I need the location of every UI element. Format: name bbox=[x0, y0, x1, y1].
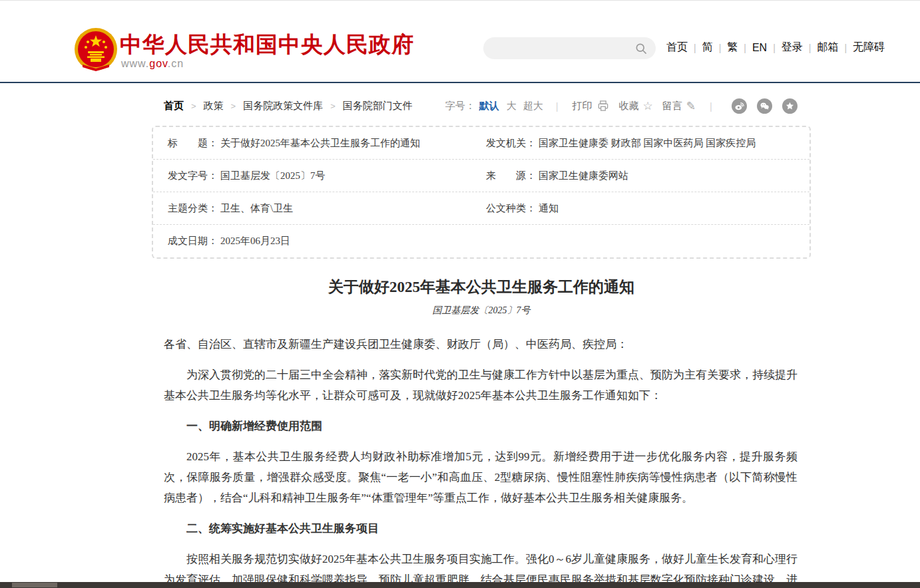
paragraph-salutation: 各省、自治区、直辖市及新疆生产建设兵团卫生健康委、财政厅（局）、中医药局、疾控局… bbox=[164, 334, 798, 355]
meta-category-value: 卫生、体育\卫生 bbox=[220, 202, 293, 215]
breadcrumb-separator-icon: > bbox=[330, 101, 336, 111]
meta-doctype-cell: 公文种类： 通知 bbox=[486, 202, 559, 215]
meta-docnum-cell: 发文字号： 国卫基层发〔2025〕7号 bbox=[168, 170, 486, 182]
pencil-icon: ✎ bbox=[686, 100, 696, 112]
nav-separator: | bbox=[809, 43, 811, 53]
nav-home[interactable]: 首页 bbox=[666, 41, 688, 55]
font-size-xlarge-button[interactable]: 超大 bbox=[523, 100, 543, 112]
site-url-gov: gov bbox=[149, 58, 168, 69]
font-size-large-button[interactable]: 大 bbox=[507, 100, 517, 112]
print-label: 打印 bbox=[573, 100, 592, 112]
meta-docnum-value: 国卫基层发〔2025〕7号 bbox=[220, 170, 326, 182]
nav-separator: | bbox=[744, 43, 746, 53]
share-buttons bbox=[722, 98, 798, 114]
nav-separator: | bbox=[694, 43, 696, 53]
site-url-www: www. bbox=[121, 58, 149, 69]
nav-traditional[interactable]: 繁 bbox=[727, 41, 738, 55]
wechat-share-button[interactable] bbox=[757, 98, 772, 114]
search-input[interactable] bbox=[483, 43, 634, 54]
section-heading-1: 一、明确新增经费使用范围 bbox=[164, 416, 798, 436]
meta-doctype-value: 通知 bbox=[539, 202, 559, 215]
site-url: www.gov.cn bbox=[121, 58, 184, 70]
print-button[interactable]: 打印 bbox=[573, 99, 610, 112]
meta-row: 发文字号： 国卫基层发〔2025〕7号 来 源： 国家卫生健康委网站 bbox=[153, 160, 809, 192]
document-meta-table: 标 题： 关于做好2025年基本公共卫生服务工作的通知 发文机关： 国家卫生健康… bbox=[152, 126, 811, 259]
site-header: 中华人民共和国中央人民政府 www.gov.cn 首页| 简| 繁| EN| 登… bbox=[0, 1, 920, 83]
nav-separator: | bbox=[719, 43, 722, 53]
article: 关于做好2025年基本公共卫生服务工作的通知 国卫基层发〔2025〕7号 各省、… bbox=[152, 277, 811, 588]
meta-date-label: 成文日期： bbox=[168, 235, 218, 247]
scrollbar-thumb[interactable] bbox=[12, 583, 57, 587]
meta-title-cell: 标 题： 关于做好2025年基本公共卫生服务工作的通知 bbox=[168, 137, 486, 150]
meta-title-value: 关于做好2025年基本公共卫生服务工作的通知 bbox=[220, 137, 420, 150]
site-title: 中华人民共和国中央人民政府 bbox=[120, 30, 414, 60]
search-icon[interactable] bbox=[634, 42, 648, 55]
document-title: 关于做好2025年基本公共卫生服务工作的通知 bbox=[152, 277, 811, 297]
article-toolbar: 字号： 默认 大 超大 | 打印 收藏 ☆ bbox=[445, 98, 811, 114]
meta-date-value: 2025年06月23日 bbox=[220, 235, 290, 247]
meta-issuer-label: 发文机关： bbox=[486, 137, 536, 150]
breadcrumb-policy-library[interactable]: 国务院政策文件库 bbox=[243, 100, 323, 112]
meta-doctype-label: 公文种类： bbox=[486, 202, 536, 215]
font-size-default-button[interactable]: 默认 bbox=[479, 100, 499, 112]
breadcrumb-home[interactable]: 首页 bbox=[164, 100, 184, 112]
meta-issuer-value: 国家卫生健康委 财政部 国家中医药局 国家疾控局 bbox=[539, 137, 756, 150]
paragraph-section-1: 2025年，基本公共卫生服务经费人均财政补助标准增加5元，达到99元。新增经费用… bbox=[164, 446, 798, 508]
meta-issuer-cell: 发文机关： 国家卫生健康委 财政部 国家中医药局 国家疾控局 bbox=[486, 137, 756, 150]
paragraph-intro: 为深入贯彻党的二十届三中全会精神，落实新时代党的卫生与健康工作方针中以基层为重点… bbox=[164, 365, 798, 406]
meta-source-cell: 来 源： 国家卫生健康委网站 bbox=[486, 170, 628, 182]
nav-english[interactable]: EN bbox=[752, 42, 767, 54]
meta-docnum-label: 发文字号： bbox=[168, 170, 218, 182]
breadcrumb-toolbar-row: 首页 > 政策 > 国务院政策文件库 > 国务院部门文件 字号： 默认 大 超大… bbox=[152, 97, 811, 114]
wechat-icon bbox=[759, 100, 770, 112]
document-number: 国卫基层发〔2025〕7号 bbox=[152, 305, 811, 317]
top-navigation: 首页| 简| 繁| EN| 登录| 邮箱| 无障碍 bbox=[666, 41, 885, 55]
qzone-star-icon bbox=[784, 100, 796, 112]
meta-category-label: 主题分类： bbox=[168, 202, 218, 215]
meta-source-label: 来 源： bbox=[486, 170, 536, 182]
font-size-label: 字号： bbox=[445, 100, 475, 112]
meta-row: 标 题： 关于做好2025年基本公共卫生服务工作的通知 发文机关： 国家卫生健康… bbox=[153, 127, 809, 160]
breadcrumb-department-documents[interactable]: 国务院部门文件 bbox=[343, 100, 413, 112]
breadcrumb-policy[interactable]: 政策 bbox=[204, 100, 224, 112]
favorite-button[interactable]: 收藏 ☆ bbox=[619, 100, 653, 112]
content-wrapper: 首页 > 政策 > 国务院政策文件库 > 国务院部门文件 字号： 默认 大 超大… bbox=[152, 97, 811, 588]
search-box[interactable] bbox=[483, 37, 656, 59]
star-icon: ☆ bbox=[643, 100, 653, 112]
comment-button[interactable]: 留言 ✎ bbox=[662, 100, 696, 112]
toolbar-divider: | bbox=[710, 100, 712, 112]
meta-source-value: 国家卫生健康委网站 bbox=[539, 170, 628, 182]
national-emblem-icon bbox=[73, 27, 118, 73]
breadcrumb-separator-icon: > bbox=[231, 101, 236, 111]
meta-title-label: 标 题： bbox=[168, 137, 218, 150]
comment-label: 留言 bbox=[662, 100, 682, 112]
section-heading-2: 二、统筹实施好基本公共卫生服务项目 bbox=[164, 518, 798, 539]
nav-separator: | bbox=[844, 43, 847, 53]
meta-row: 成文日期： 2025年06月23日 bbox=[153, 225, 809, 257]
favorite-label: 收藏 bbox=[619, 100, 639, 112]
meta-date-cell: 成文日期： 2025年06月23日 bbox=[168, 235, 486, 247]
nav-separator: | bbox=[773, 43, 776, 53]
weibo-icon bbox=[734, 100, 745, 112]
nav-login[interactable]: 登录 bbox=[782, 41, 803, 55]
printer-icon bbox=[596, 99, 610, 112]
toolbar-divider: | bbox=[556, 100, 559, 112]
breadcrumb-separator-icon: > bbox=[191, 101, 196, 111]
weibo-share-button[interactable] bbox=[732, 98, 747, 114]
document-body: 各省、自治区、直辖市及新疆生产建设兵团卫生健康委、财政厅（局）、中医药局、疾控局… bbox=[152, 334, 811, 588]
meta-category-cell: 主题分类： 卫生、体育\卫生 bbox=[168, 202, 486, 215]
page: 中华人民共和国中央人民政府 www.gov.cn 首页| 简| 繁| EN| 登… bbox=[0, 0, 920, 588]
nav-mail[interactable]: 邮箱 bbox=[817, 41, 838, 55]
horizontal-scrollbar[interactable] bbox=[0, 582, 920, 588]
breadcrumb: 首页 > 政策 > 国务院政策文件库 > 国务院部门文件 bbox=[164, 100, 413, 112]
qzone-share-button[interactable] bbox=[782, 98, 798, 114]
meta-row: 主题分类： 卫生、体育\卫生 公文种类： 通知 bbox=[153, 192, 809, 225]
site-url-cn: .cn bbox=[168, 58, 184, 69]
nav-simplified[interactable]: 简 bbox=[702, 41, 713, 55]
nav-accessibility[interactable]: 无障碍 bbox=[853, 41, 885, 55]
